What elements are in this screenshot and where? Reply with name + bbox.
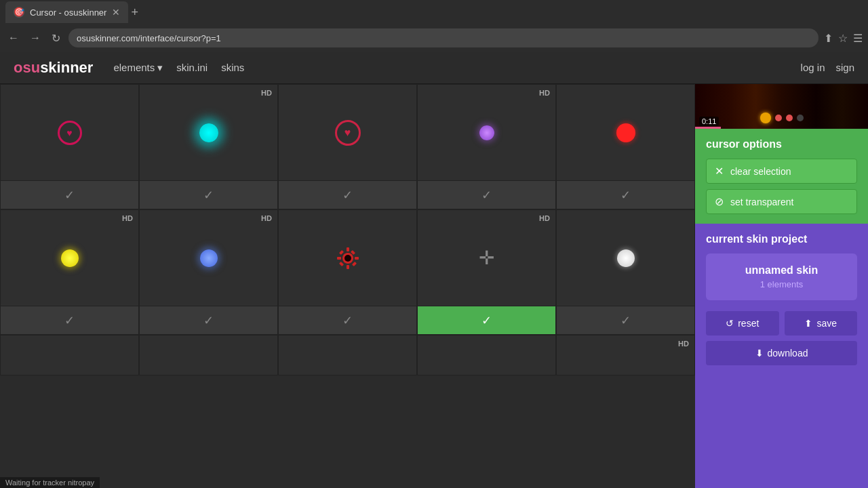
menu-icon[interactable]: ☰ [853,32,863,45]
download-label: download [768,348,808,359]
reset-label: reset [738,318,759,329]
cursor-preview: ✛ [418,210,555,306]
preview-progress-bar [695,127,721,129]
cursor-cell-pink-heart[interactable]: ♥ ✓ [278,84,417,209]
cursor-grid: ♥ ✓ HD ✓ ♥ [0,84,695,375]
hd-badge: HD [539,214,550,222]
download-button[interactable]: ⬇ download [706,341,857,365]
cursor-heart-outline-icon: ♥ [58,121,82,145]
x-icon: ✕ [715,165,724,178]
cursor-preview [279,210,416,306]
tab-favicon: 🎯 [14,7,24,18]
url-text: osuskinner.com/interface/cursor?p=1 [77,33,221,43]
checkmark-icon: ✓ [620,313,631,328]
pink-heart-symbol: ♥ [344,127,351,139]
cursor-preview [1,336,138,375]
ban-icon: ⊘ [715,195,724,208]
nav-right: log in sign [801,62,854,73]
cursor-cell-blue-dot[interactable]: HD ✓ [139,209,278,335]
cursor-select-button[interactable]: ✓ [279,306,416,334]
chevron-down-icon: ▾ [157,62,163,74]
logo-osu: osu [14,59,40,76]
signup-link[interactable]: sign [835,62,854,73]
cursor-preview [418,85,555,180]
skin-elements-count: 1 elements [717,279,846,289]
set-transparent-button[interactable]: ⊘ set transparent [706,189,857,214]
checkmark-icon: ✓ [64,313,75,328]
cursor-cell-partial-3[interactable] [278,335,417,375]
new-tab-button[interactable]: + [131,5,138,20]
cursor-grid-area: ♥ ✓ HD ✓ ♥ [0,84,695,488]
app-logo[interactable]: osuskinner [14,59,93,77]
checkmark-icon: ✓ [342,188,353,203]
forward-button[interactable]: → [27,29,43,47]
skin-project-title: current skin project [706,233,857,245]
cursor-preview: ♥ [279,85,416,180]
back-button[interactable]: ← [5,29,22,47]
clear-selection-label: clear selection [730,166,791,177]
cursor-cell-red-gear[interactable]: ✓ [278,209,417,335]
cursor-select-button[interactable]: ✓ [418,180,555,209]
preview-time: 0:11 [699,117,719,126]
tab-close-button[interactable]: ✕ [112,7,120,18]
bookmark-icon[interactable]: ☆ [838,32,848,45]
hd-badge: HD [539,89,550,97]
cursor-cell-heart-outline[interactable]: ♥ ✓ [0,84,139,209]
status-text: Waiting for tracker nitropay [5,479,94,487]
cursor-purple-dot-icon [479,125,494,140]
nav-elements-link[interactable]: elements ▾ [113,62,163,74]
right-sidebar: 0:11 cursor options ✕ clear selection ⊘ … [695,84,868,488]
cursor-cell-purple-dot[interactable]: HD ✓ [417,84,556,209]
svg-rect-8 [338,261,343,266]
nav-skins-link[interactable]: skins [221,62,244,73]
cursor-select-button[interactable]: ✓ [557,180,694,209]
share-icon[interactable]: ⬆ [824,32,833,45]
cursor-preview [140,210,277,306]
cursor-select-button[interactable]: ✓ [1,180,138,209]
skin-project-panel: current skin project unnamed skin 1 elem… [695,224,868,488]
cursor-cell-white-dot[interactable]: ✓ [556,209,695,335]
reset-button[interactable]: ↺ reset [706,311,779,336]
checkmark-icon: ✓ [64,188,75,203]
cursor-preview [557,336,694,375]
cursor-cell-partial-1[interactable] [0,335,139,375]
cursor-preview [140,85,277,180]
cursor-cell-partial-5[interactable]: HD [556,335,695,375]
browser-chrome: 🎯 Cursor - osuskinner ✕ + ← → ↻ osuskinn… [0,0,868,52]
nav-skinini-link[interactable]: skin.ini [176,62,208,73]
save-button[interactable]: ⬆ save [785,311,858,336]
cursor-select-button-active[interactable]: ✓ [418,306,555,334]
cursor-cell-partial-4[interactable] [417,335,556,375]
svg-rect-2 [347,265,349,269]
cursor-select-button[interactable]: ✓ [557,306,694,334]
cursor-red-dot-icon [616,123,635,142]
login-link[interactable]: log in [801,62,825,73]
nav-links: elements ▾ skin.ini skins [113,62,800,74]
cursor-white-dot-icon [617,249,635,267]
toolbar-icons: ⬆ ☆ ☰ [824,32,863,45]
url-bar[interactable]: osuskinner.com/interface/cursor?p=1 [68,28,818,47]
cursor-cell-partial-2[interactable] [139,335,278,375]
cursor-cell-cyan-glow[interactable]: HD ✓ [139,84,278,209]
set-transparent-label: set transparent [730,197,793,207]
cursor-preview [140,336,277,375]
cursor-preview [418,336,555,375]
cursor-cell-red-dot[interactable]: ✓ [556,84,695,209]
cursor-select-button[interactable]: ✓ [1,306,138,334]
cursor-options-title: cursor options [706,138,857,150]
cursor-select-button[interactable]: ✓ [140,306,277,334]
download-icon: ⬇ [755,348,764,359]
cursor-cell-crosshair[interactable]: HD ✛ ✓ [417,209,556,335]
reset-icon: ↺ [726,318,734,329]
clear-selection-button[interactable]: ✕ clear selection [706,159,857,184]
cursor-select-button[interactable]: ✓ [140,180,277,209]
svg-rect-6 [351,261,356,266]
checkmark-icon: ✓ [620,188,631,203]
svg-rect-4 [355,257,359,260]
cursor-preview [557,85,694,180]
reload-button[interactable]: ↻ [49,29,63,47]
cursor-cell-yellow-dot[interactable]: HD ✓ [0,209,139,335]
active-tab[interactable]: 🎯 Cursor - osuskinner ✕ [5,1,128,23]
cursor-select-button[interactable]: ✓ [279,180,416,209]
cursor-red-gear-icon [336,246,360,270]
